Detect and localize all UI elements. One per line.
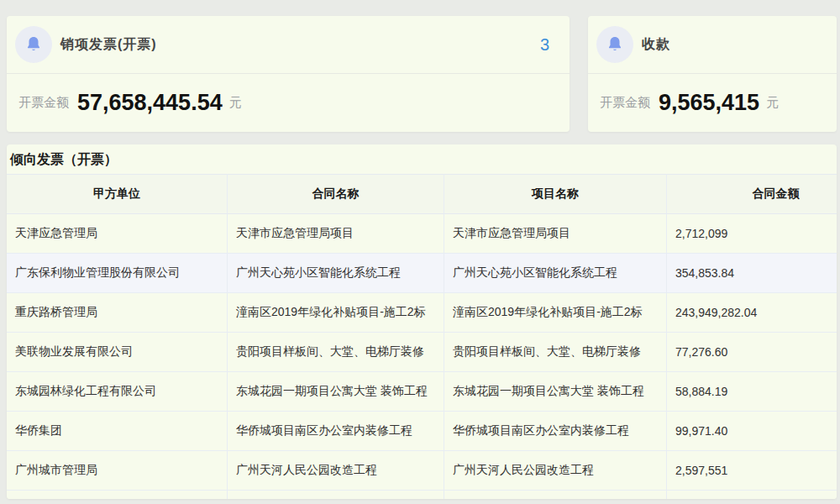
cell-client: 广东保利物业管理股份有限公司 [7, 254, 227, 293]
cell-contract-name [227, 491, 444, 499]
cell-client: 华侨集团 [7, 412, 227, 451]
amount-unit: 元 [766, 95, 779, 111]
stat-card-header: 销项发票(开票) 3 [7, 16, 570, 74]
cell-project-name: 贵阳项目样板间、大堂、电梯厅装修 [444, 333, 666, 372]
cell-client: 美联物业发展有限公司 [7, 333, 227, 372]
cell-client: 天津应急管理局 [7, 214, 227, 254]
stat-card-title: 收款 [642, 36, 670, 54]
cell-contract-name: 贵阳项目样板间、大堂、电梯厅装修 [227, 333, 444, 372]
cell-project-name: 广州天心苑小区智能化系统工程 [444, 254, 666, 293]
table-row[interactable]: 东城园林绿化工程有限公司 东城花园一期项目公寓大堂 装饰工程 东城花园一期项目公… [7, 372, 837, 412]
amount-unit: 元 [229, 95, 242, 111]
cell-project-name: 东城花园一期项目公寓大堂 装饰工程 [444, 372, 666, 412]
cell-contract-name: 广州天心苑小区智能化系统工程 [227, 254, 444, 293]
table-row[interactable]: 广州城市管理局 广州天河人民公园改造工程 广州天河人民公园改造工程 2,597,… [7, 451, 837, 491]
cell-client: 广州城市管理局 [7, 451, 227, 491]
cell-contract-name: 天津市应急管理局项目 [227, 214, 444, 254]
cell-client [7, 491, 227, 499]
cell-contract-amount: 58,884.19 [666, 372, 837, 412]
cell-client: 重庆路桥管理局 [7, 293, 227, 333]
column-header-project-name: 项目名称 [444, 174, 666, 214]
stat-card-title: 销项发票(开票) [60, 36, 157, 54]
table-row[interactable]: 重庆路桥管理局 潼南区2019年绿化补贴项目-施工2标 潼南区2019年绿化补贴… [7, 293, 837, 333]
invoice-table-panel: 倾向发票（开票） 甲方单位 合同名称 项目名称 合同金额 天津应急管理局 天津市… [7, 144, 837, 499]
cell-project-name: 潼南区2019年绿化补贴项目-施工2标 [444, 293, 666, 333]
stat-card-body: 开票金额 9,565,415 元 [588, 74, 837, 131]
cell-contract-amount: 99,971.40 [666, 412, 837, 451]
table-row[interactable]: 华侨集团 华侨城项目南区办公室内装修工程 华侨城项目南区办公室内装修工程 99,… [7, 412, 837, 451]
column-header-contract-name: 合同名称 [227, 174, 444, 214]
cell-contract-amount: 2,597,551 [666, 451, 837, 491]
amount-value: 9,565,415 [659, 90, 759, 116]
stat-card-sales-invoice[interactable]: 销项发票(开票) 3 开票金额 57,658,445.54 元 [7, 16, 570, 132]
amount-label: 开票金额 [600, 95, 650, 111]
column-header-contract-amount: 合同金额 [666, 174, 837, 214]
cell-contract-amount: 243,949,282.04 [666, 293, 837, 333]
stat-card-header: 收款 [588, 16, 837, 74]
table-row[interactable]: 美联物业发展有限公司 贵阳项目样板间、大堂、电梯厅装修 贵阳项目样板间、大堂、电… [7, 333, 837, 372]
cell-contract-name: 华侨城项目南区办公室内装修工程 [227, 412, 444, 451]
table-row[interactable]: 广东保利物业管理股份有限公司 广州天心苑小区智能化系统工程 广州天心苑小区智能化… [7, 254, 837, 293]
cell-contract-amount: 77,276.60 [666, 333, 837, 372]
cell-contract-name: 广州天河人民公园改造工程 [227, 451, 444, 491]
cell-contract-amount: 354,853.84 [666, 254, 837, 293]
dashboard-page: { "cards": [ { "title": "销项发票(开票)", "bad… [0, 0, 840, 504]
cell-project-name [444, 491, 666, 499]
bell-icon [15, 26, 52, 63]
amount-label: 开票金额 [18, 95, 69, 111]
stat-card-count-badge: 3 [540, 35, 549, 55]
cell-project-name: 广州天河人民公园改造工程 [444, 451, 666, 491]
cell-project-name: 华侨城项目南区办公室内装修工程 [444, 412, 666, 451]
cell-client: 东城园林绿化工程有限公司 [7, 372, 227, 412]
stat-card-receipts[interactable]: 收款 开票金额 9,565,415 元 [588, 16, 837, 132]
table-row[interactable]: 天津应急管理局 天津市应急管理局项目 天津市应急管理局项目 2,712,099 [7, 214, 837, 254]
stat-card-body: 开票金额 57,658,445.54 元 [7, 74, 570, 131]
amount-value: 57,658,445.54 [77, 90, 223, 116]
cell-project-name: 天津市应急管理局项目 [444, 214, 666, 254]
cell-contract-amount [666, 491, 837, 499]
table-row-partial[interactable] [7, 491, 837, 499]
cell-contract-amount: 2,712,099 [666, 214, 837, 254]
invoice-table: 甲方单位 合同名称 项目名称 合同金额 天津应急管理局 天津市应急管理局项目 天… [7, 174, 837, 499]
cell-contract-name: 东城花园一期项目公寓大堂 装饰工程 [227, 372, 444, 412]
cell-contract-name: 潼南区2019年绿化补贴项目-施工2标 [227, 293, 444, 333]
column-header-client: 甲方单位 [7, 174, 227, 214]
table-title: 倾向发票（开票） [7, 144, 837, 174]
bell-icon [596, 26, 633, 63]
table-header-row: 甲方单位 合同名称 项目名称 合同金额 [7, 174, 837, 214]
